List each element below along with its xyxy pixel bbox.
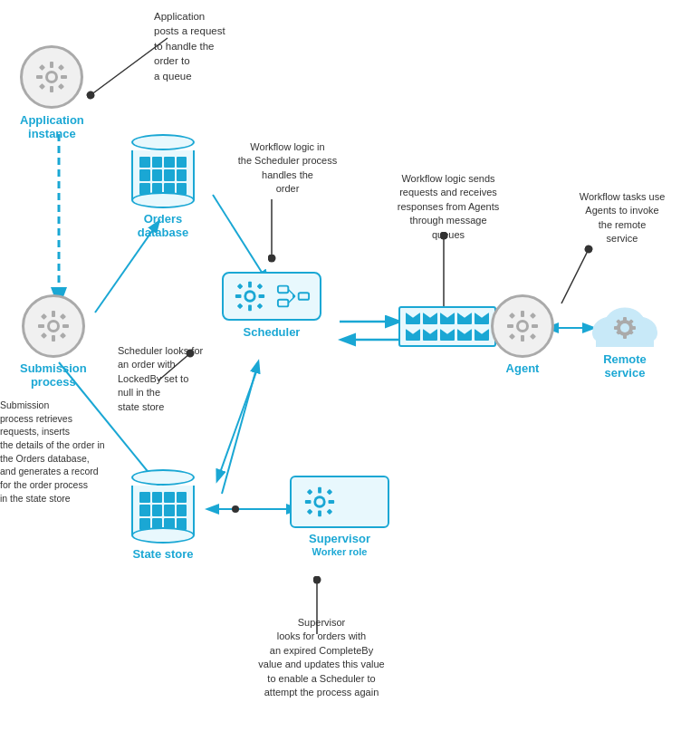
svg-rect-65 [509,333,515,340]
svg-point-32 [50,322,57,330]
svg-rect-44 [248,305,252,312]
scheduler-gear-icon [233,279,267,313]
svg-rect-86 [318,511,321,517]
svg-rect-61 [507,324,513,328]
svg-point-22 [48,73,55,81]
svg-rect-40 [60,332,66,339]
svg-rect-50 [257,303,264,310]
orders-db-icon [131,134,195,208]
svg-rect-36 [62,324,69,328]
svg-rect-62 [532,324,538,328]
svg-rect-37 [41,313,47,320]
supervisor-label: Supervisor [309,532,370,545]
svg-rect-52 [278,300,288,307]
svg-rect-89 [307,489,313,496]
svg-point-84 [316,498,323,505]
state-store: State store [131,469,195,561]
svg-rect-64 [530,313,536,319]
svg-rect-77 [614,326,619,330]
workflow-scheduler-annotation: Workflow logic in the Scheduler process … [222,140,353,197]
remote-service-label: Remoteservice [603,352,647,380]
svg-rect-88 [329,500,335,504]
svg-rect-59 [521,311,524,317]
svg-rect-23 [50,62,53,68]
agent: Agent [491,294,554,375]
agent-label: Agent [506,361,540,375]
application-instance: Applicationinstance [20,45,84,140]
remote-service-cloud-icon [589,290,661,349]
svg-rect-47 [237,284,244,290]
svg-rect-48 [257,284,264,290]
svg-rect-46 [259,294,265,298]
submission-process: Submissionprocess [20,294,87,389]
submission-process-icon [22,294,85,358]
submission-process-label: Submissionprocess [20,361,87,389]
svg-rect-38 [60,313,66,320]
svg-rect-34 [52,335,55,342]
svg-rect-75 [623,317,627,322]
svg-point-58 [519,322,526,330]
supervisor-worker: Supervisor Worker role [290,476,389,557]
svg-rect-35 [38,324,44,328]
scheduler: Scheduler [222,272,321,339]
svg-rect-91 [307,509,313,515]
workflow-agents-annotation: Workflow logic sends requests and receiv… [376,172,521,242]
message-queue [398,306,496,347]
supervisor-gear-icon [302,485,337,519]
svg-rect-30 [58,83,64,90]
svg-rect-29 [39,83,45,90]
svg-rect-45 [235,294,242,298]
svg-rect-33 [52,311,55,317]
svg-rect-28 [58,64,64,71]
svg-point-42 [246,293,254,300]
svg-rect-63 [509,313,515,319]
svg-point-74 [620,323,629,332]
svg-rect-39 [41,332,47,339]
remote-service: Remoteservice [589,290,661,380]
application-instance-label: Applicationinstance [20,113,84,140]
application-instance-icon [20,45,83,109]
svg-rect-24 [50,86,53,92]
svg-line-20 [561,249,589,303]
svg-rect-66 [530,333,536,340]
svg-point-14 [232,505,239,513]
svg-rect-25 [36,75,43,79]
state-store-label: State store [132,547,193,561]
scheduler-looks-annotation: Scheduler looks for an order with Locked… [118,344,235,414]
svg-rect-49 [237,303,244,310]
scheduler-workflow-icon [276,279,311,313]
svg-line-4 [213,195,267,281]
svg-rect-92 [327,509,333,515]
svg-rect-76 [623,333,627,339]
svg-rect-87 [305,500,312,504]
svg-rect-85 [318,487,321,494]
submission-annotation: Submission process retrieves requests, i… [0,399,131,505]
scheduler-label: Scheduler [244,325,301,339]
svg-rect-43 [248,282,252,288]
orders-db-label: Ordersdatabase [138,212,188,239]
state-store-icon [131,469,195,544]
supervisor-annotation: Supervisor looks for orders with an expi… [208,616,435,699]
svg-rect-51 [278,286,288,294]
orders-database: Ordersdatabase [131,134,195,239]
svg-rect-60 [521,335,524,342]
svg-rect-27 [39,64,45,71]
diagram-container: Applicationinstance Application posts a … [0,0,700,741]
worker-role-label: Worker role [312,546,368,557]
workflow-tasks-annotation: Workflow tasks use Agents to invoke the … [554,190,690,246]
svg-rect-78 [630,326,636,330]
svg-rect-90 [327,489,333,496]
svg-rect-26 [61,75,67,79]
app-posts-annotation: Application posts a request to handle th… [154,9,299,83]
svg-rect-53 [299,293,309,300]
agent-icon [491,294,554,358]
